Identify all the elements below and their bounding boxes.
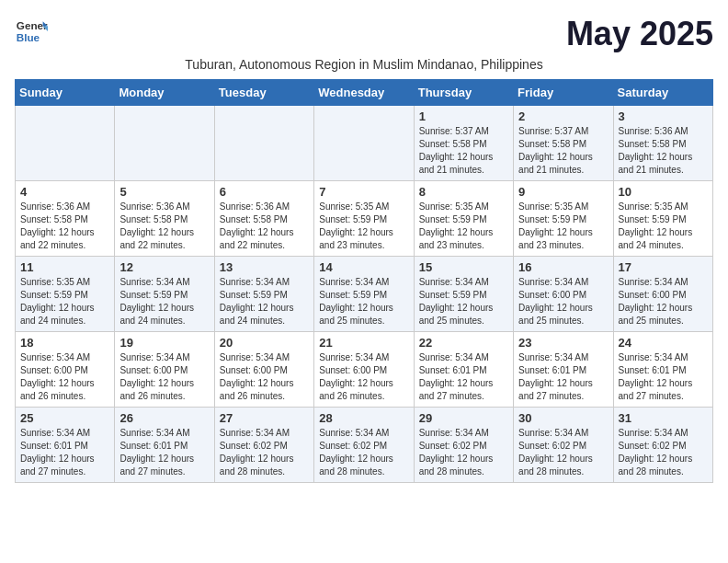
header-cell-sunday: Sunday bbox=[16, 80, 115, 106]
day-number: 24 bbox=[619, 336, 708, 350]
calendar-cell: 13Sunrise: 5:34 AM Sunset: 5:59 PM Dayli… bbox=[214, 257, 313, 332]
cell-info: Sunrise: 5:36 AM Sunset: 5:58 PM Dayligh… bbox=[619, 125, 708, 177]
day-number: 9 bbox=[518, 185, 608, 199]
calendar-week-row: 11Sunrise: 5:35 AM Sunset: 5:59 PM Dayli… bbox=[16, 257, 713, 332]
calendar-cell: 8Sunrise: 5:35 AM Sunset: 5:59 PM Daylig… bbox=[414, 181, 513, 257]
calendar-cell: 27Sunrise: 5:34 AM Sunset: 6:02 PM Dayli… bbox=[214, 408, 313, 483]
cell-info: Sunrise: 5:35 AM Sunset: 5:59 PM Dayligh… bbox=[518, 201, 608, 252]
header-cell-monday: Monday bbox=[115, 80, 214, 106]
day-number: 17 bbox=[619, 260, 708, 274]
calendar-body: 1Sunrise: 5:37 AM Sunset: 5:58 PM Daylig… bbox=[16, 106, 713, 483]
day-number: 8 bbox=[419, 185, 508, 199]
cell-info: Sunrise: 5:34 AM Sunset: 6:02 PM Dayligh… bbox=[419, 427, 508, 478]
calendar-cell: 14Sunrise: 5:34 AM Sunset: 5:59 PM Dayli… bbox=[314, 257, 414, 332]
cell-info: Sunrise: 5:34 AM Sunset: 6:00 PM Dayligh… bbox=[119, 351, 209, 403]
day-number: 3 bbox=[619, 109, 708, 123]
cell-info: Sunrise: 5:35 AM Sunset: 5:59 PM Dayligh… bbox=[419, 201, 508, 252]
header-cell-friday: Friday bbox=[514, 80, 613, 106]
calendar-table: SundayMondayTuesdayWednesdayThursdayFrid… bbox=[15, 79, 713, 483]
cell-info: Sunrise: 5:34 AM Sunset: 6:02 PM Dayligh… bbox=[518, 427, 608, 478]
calendar-cell: 16Sunrise: 5:34 AM Sunset: 6:00 PM Dayli… bbox=[514, 257, 613, 332]
day-number: 1 bbox=[419, 109, 508, 123]
cell-info: Sunrise: 5:37 AM Sunset: 5:58 PM Dayligh… bbox=[518, 125, 608, 177]
header-cell-wednesday: Wednesday bbox=[314, 80, 414, 106]
calendar-cell bbox=[115, 106, 214, 181]
day-number: 2 bbox=[518, 109, 608, 123]
calendar-cell: 11Sunrise: 5:35 AM Sunset: 5:59 PM Dayli… bbox=[16, 257, 115, 332]
cell-info: Sunrise: 5:34 AM Sunset: 6:00 PM Dayligh… bbox=[319, 351, 408, 403]
day-number: 14 bbox=[319, 260, 408, 274]
cell-info: Sunrise: 5:34 AM Sunset: 6:01 PM Dayligh… bbox=[518, 351, 608, 403]
day-number: 15 bbox=[419, 260, 508, 274]
calendar-cell: 23Sunrise: 5:34 AM Sunset: 6:01 PM Dayli… bbox=[514, 332, 613, 408]
calendar-cell bbox=[214, 106, 313, 181]
day-number: 29 bbox=[419, 411, 508, 425]
calendar-cell: 6Sunrise: 5:36 AM Sunset: 5:58 PM Daylig… bbox=[214, 181, 313, 257]
calendar-week-row: 18Sunrise: 5:34 AM Sunset: 6:00 PM Dayli… bbox=[16, 332, 713, 408]
calendar-cell: 25Sunrise: 5:34 AM Sunset: 6:01 PM Dayli… bbox=[16, 408, 115, 483]
calendar-week-row: 25Sunrise: 5:34 AM Sunset: 6:01 PM Dayli… bbox=[16, 408, 713, 483]
cell-info: Sunrise: 5:35 AM Sunset: 5:59 PM Dayligh… bbox=[20, 276, 109, 327]
cell-info: Sunrise: 5:34 AM Sunset: 6:00 PM Dayligh… bbox=[220, 351, 309, 403]
subtitle: Tuburan, Autonomous Region in Muslim Min… bbox=[15, 57, 713, 72]
day-number: 21 bbox=[319, 336, 408, 350]
cell-info: Sunrise: 5:34 AM Sunset: 5:59 PM Dayligh… bbox=[119, 276, 209, 327]
calendar-cell: 22Sunrise: 5:34 AM Sunset: 6:01 PM Dayli… bbox=[414, 332, 513, 408]
day-number: 27 bbox=[220, 411, 309, 425]
day-number: 6 bbox=[220, 185, 309, 199]
calendar-cell: 10Sunrise: 5:35 AM Sunset: 5:59 PM Dayli… bbox=[613, 181, 712, 257]
day-number: 18 bbox=[20, 336, 109, 350]
cell-info: Sunrise: 5:37 AM Sunset: 5:58 PM Dayligh… bbox=[419, 125, 508, 177]
cell-info: Sunrise: 5:34 AM Sunset: 6:01 PM Dayligh… bbox=[619, 351, 708, 403]
calendar-week-row: 1Sunrise: 5:37 AM Sunset: 5:58 PM Daylig… bbox=[16, 106, 713, 181]
cell-info: Sunrise: 5:34 AM Sunset: 5:59 PM Dayligh… bbox=[319, 276, 408, 327]
calendar-cell: 29Sunrise: 5:34 AM Sunset: 6:02 PM Dayli… bbox=[414, 408, 513, 483]
calendar-cell: 9Sunrise: 5:35 AM Sunset: 5:59 PM Daylig… bbox=[514, 181, 613, 257]
day-number: 31 bbox=[619, 411, 708, 425]
calendar-cell: 15Sunrise: 5:34 AM Sunset: 5:59 PM Dayli… bbox=[414, 257, 513, 332]
day-number: 10 bbox=[619, 185, 708, 199]
calendar-cell: 19Sunrise: 5:34 AM Sunset: 6:00 PM Dayli… bbox=[115, 332, 214, 408]
calendar-cell: 26Sunrise: 5:34 AM Sunset: 6:01 PM Dayli… bbox=[115, 408, 214, 483]
calendar-cell: 1Sunrise: 5:37 AM Sunset: 5:58 PM Daylig… bbox=[414, 106, 513, 181]
cell-info: Sunrise: 5:34 AM Sunset: 5:59 PM Dayligh… bbox=[220, 276, 309, 327]
day-number: 7 bbox=[319, 185, 408, 199]
calendar-cell bbox=[314, 106, 414, 181]
calendar-cell: 12Sunrise: 5:34 AM Sunset: 5:59 PM Dayli… bbox=[115, 257, 214, 332]
day-number: 23 bbox=[518, 336, 608, 350]
logo: General Blue bbox=[15, 15, 48, 48]
cell-info: Sunrise: 5:35 AM Sunset: 5:59 PM Dayligh… bbox=[319, 201, 408, 252]
calendar-cell: 31Sunrise: 5:34 AM Sunset: 6:02 PM Dayli… bbox=[613, 408, 712, 483]
cell-info: Sunrise: 5:34 AM Sunset: 6:02 PM Dayligh… bbox=[619, 427, 708, 478]
calendar-cell: 28Sunrise: 5:34 AM Sunset: 6:02 PM Dayli… bbox=[314, 408, 414, 483]
month-title: May 2025 bbox=[566, 15, 713, 53]
cell-info: Sunrise: 5:34 AM Sunset: 6:00 PM Dayligh… bbox=[619, 276, 708, 327]
cell-info: Sunrise: 5:34 AM Sunset: 6:00 PM Dayligh… bbox=[518, 276, 608, 327]
cell-info: Sunrise: 5:34 AM Sunset: 6:01 PM Dayligh… bbox=[119, 427, 209, 478]
cell-info: Sunrise: 5:34 AM Sunset: 6:00 PM Dayligh… bbox=[20, 351, 109, 403]
cell-info: Sunrise: 5:34 AM Sunset: 6:01 PM Dayligh… bbox=[419, 351, 508, 403]
cell-info: Sunrise: 5:36 AM Sunset: 5:58 PM Dayligh… bbox=[20, 201, 109, 252]
calendar-cell: 4Sunrise: 5:36 AM Sunset: 5:58 PM Daylig… bbox=[16, 181, 115, 257]
calendar-cell: 20Sunrise: 5:34 AM Sunset: 6:00 PM Dayli… bbox=[214, 332, 313, 408]
header-cell-tuesday: Tuesday bbox=[214, 80, 313, 106]
day-number: 13 bbox=[220, 260, 309, 274]
calendar-header-row: SundayMondayTuesdayWednesdayThursdayFrid… bbox=[16, 80, 713, 106]
day-number: 16 bbox=[518, 260, 608, 274]
day-number: 30 bbox=[518, 411, 608, 425]
calendar-week-row: 4Sunrise: 5:36 AM Sunset: 5:58 PM Daylig… bbox=[16, 181, 713, 257]
calendar-cell: 30Sunrise: 5:34 AM Sunset: 6:02 PM Dayli… bbox=[514, 408, 613, 483]
day-number: 4 bbox=[20, 185, 109, 199]
cell-info: Sunrise: 5:34 AM Sunset: 6:02 PM Dayligh… bbox=[319, 427, 408, 478]
cell-info: Sunrise: 5:34 AM Sunset: 6:02 PM Dayligh… bbox=[220, 427, 309, 478]
day-number: 28 bbox=[319, 411, 408, 425]
calendar-cell: 3Sunrise: 5:36 AM Sunset: 5:58 PM Daylig… bbox=[613, 106, 712, 181]
calendar-cell: 5Sunrise: 5:36 AM Sunset: 5:58 PM Daylig… bbox=[115, 181, 214, 257]
header-cell-thursday: Thursday bbox=[414, 80, 513, 106]
cell-info: Sunrise: 5:36 AM Sunset: 5:58 PM Dayligh… bbox=[220, 201, 309, 252]
day-number: 5 bbox=[119, 185, 209, 199]
cell-info: Sunrise: 5:34 AM Sunset: 5:59 PM Dayligh… bbox=[419, 276, 508, 327]
calendar-cell: 24Sunrise: 5:34 AM Sunset: 6:01 PM Dayli… bbox=[613, 332, 712, 408]
day-number: 26 bbox=[119, 411, 209, 425]
day-number: 22 bbox=[419, 336, 508, 350]
